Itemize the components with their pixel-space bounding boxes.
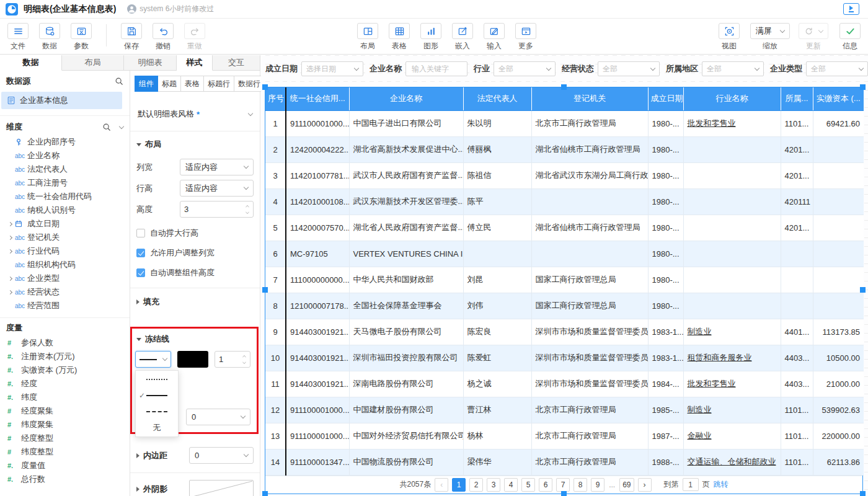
insert-input-button[interactable]: 输入 (481, 23, 507, 51)
column-header[interactable]: 统一社会信用... (286, 87, 349, 110)
measure-item[interactable]: #.经度 (0, 377, 130, 391)
column-header[interactable]: 序号 (265, 87, 286, 110)
checkbox-unchecked-icon[interactable] (136, 229, 145, 237)
info-button[interactable]: 信息 (837, 23, 863, 51)
tab-interact[interactable]: 交互 (213, 55, 260, 71)
row-height-select[interactable]: 适应内容 (180, 180, 254, 197)
keyword-input-field[interactable] (410, 64, 463, 74)
insert-embed-button[interactable]: 嵌入 (450, 23, 476, 51)
stepper-down-icon[interactable] (242, 360, 246, 364)
expand-arrow-icon[interactable] (7, 290, 12, 294)
filter-select[interactable]: 选择日期 (301, 61, 363, 76)
measure-item[interactable]: #参保人数 (0, 336, 130, 350)
next-page-button[interactable]: › (638, 478, 652, 492)
freeze-line-color-swatch[interactable] (177, 351, 208, 368)
jump-link[interactable]: 跳转 (714, 479, 728, 490)
page-button-6[interactable]: 6 (539, 478, 552, 492)
dimension-item[interactable]: 企业内部序号 (0, 135, 130, 149)
data-button[interactable]: 数据 (37, 23, 63, 51)
page-button-1[interactable]: 1 (452, 478, 466, 492)
freeze-line-width-stepper[interactable]: 1 (215, 351, 250, 368)
dimension-item[interactable]: abc组织机构代码 (0, 258, 130, 272)
insert-more-button[interactable]: 更多 (513, 23, 539, 51)
page-button-3[interactable]: 3 (487, 478, 500, 492)
filter-select[interactable]: 全部 (702, 61, 764, 76)
stepper-down-icon[interactable] (246, 210, 249, 214)
industry-link[interactable]: 批发和零售业 (688, 118, 736, 128)
selection-handle[interactable] (262, 491, 268, 496)
expand-arrow-icon[interactable] (7, 221, 12, 226)
line-style-option-none[interactable]: 无 (136, 420, 178, 436)
tab-style[interactable]: 样式 (177, 55, 213, 71)
column-header[interactable]: 行业名称 (683, 87, 781, 110)
dimension-item[interactable]: abc统一社会信用代码 (0, 190, 130, 203)
line-style-option-dotted[interactable] (136, 371, 178, 388)
insert-layout-button[interactable]: 布局 (355, 23, 381, 51)
freeze-extra-select[interactable]: 0 (186, 409, 250, 425)
measure-item[interactable]: #纬度聚集 (0, 418, 130, 432)
insert-table-button[interactable]: 表格 (386, 23, 412, 51)
search-icon[interactable] (102, 123, 111, 131)
zoom-select[interactable]: 满屏 缩放 (750, 23, 790, 51)
page-button-5[interactable]: 5 (521, 478, 535, 492)
column-header[interactable]: 法定代表人 (463, 87, 531, 110)
dimension-item[interactable]: abc行业代码 (0, 244, 130, 258)
prev-page-button[interactable]: ‹ (435, 478, 448, 492)
measure-item[interactable]: #.实缴资本 (万元) (0, 363, 130, 377)
filter-select[interactable]: 全部 (806, 61, 868, 76)
dimension-item[interactable]: abc企业类型 (0, 272, 130, 285)
view-button[interactable]: 视图 (716, 23, 742, 51)
selection-handle[interactable] (262, 287, 268, 293)
goto-page-input[interactable]: 1 (683, 478, 699, 491)
chevron-down-icon[interactable] (119, 123, 124, 128)
style-name-select[interactable]: 默认明细表风格 * (138, 107, 252, 122)
column-header[interactable]: 实缴资本 (... (813, 87, 864, 110)
keyword-input[interactable] (405, 61, 467, 76)
section-shadow[interactable]: 外阴影 (136, 484, 167, 495)
checkbox-checked-icon[interactable] (136, 268, 145, 277)
checkbox-checked-icon[interactable] (136, 249, 145, 257)
dimension-item[interactable]: abc纳税人识别号 (0, 203, 130, 217)
measure-item[interactable]: #经度聚集 (0, 404, 130, 418)
industry-link[interactable]: 金融业 (688, 431, 712, 440)
column-header[interactable]: 所属... (781, 87, 813, 110)
industry-link[interactable]: 租赁和商务服务业 (688, 353, 752, 362)
line-style-option-dashed[interactable] (136, 404, 178, 420)
expand-arrow-icon[interactable] (7, 276, 12, 280)
redo-button[interactable]: 重做 (182, 23, 208, 51)
stepper-up-icon[interactable] (246, 205, 249, 209)
page-button-7[interactable]: 7 (556, 478, 570, 492)
height-stepper[interactable]: 3 (180, 201, 254, 218)
shadow-preview[interactable] (189, 480, 254, 496)
col-width-select[interactable]: 适应内容 (180, 159, 254, 175)
save-button[interactable]: 保存 (118, 23, 144, 51)
refresh-button[interactable]: 更新 (798, 23, 829, 51)
measure-item[interactable]: #.度量值 (0, 459, 130, 472)
subtab-title[interactable]: 标题 (157, 76, 181, 92)
params-button[interactable]: 参数 (68, 23, 94, 51)
search-icon[interactable] (115, 77, 123, 86)
section-layout[interactable]: 布局 (136, 139, 161, 150)
page-button-9[interactable]: 9 (591, 478, 604, 492)
detail-table-component[interactable]: 序号统一社会信用...企业名称法定代表人登记机关成立日期行业名称所属...实缴资… (265, 87, 863, 494)
industry-link[interactable]: 交通运输、仓储和邮政业 (688, 457, 776, 466)
column-header[interactable]: 企业名称 (349, 87, 463, 110)
subtab-table[interactable]: 表格 (180, 76, 204, 92)
preview-button[interactable] (843, 3, 859, 15)
filter-select[interactable]: 全部 (598, 61, 660, 76)
measure-item[interactable]: #.注册资本(万元) (0, 350, 130, 363)
subtab-component[interactable]: 组件 (135, 76, 158, 92)
page-button-2[interactable]: 2 (469, 478, 483, 492)
selection-handle[interactable] (561, 84, 567, 90)
filter-select[interactable]: 全部 (494, 61, 556, 76)
undo-button[interactable]: 撤销 (150, 23, 176, 51)
checkbox-option[interactable]: 自动调整组件高度 (136, 263, 254, 283)
expand-arrow-icon[interactable] (7, 249, 12, 253)
measure-item[interactable]: #.总行数 (0, 472, 130, 486)
dimension-item[interactable]: abc经营状态 (0, 285, 130, 299)
dimension-item[interactable]: abc经营范围 (0, 299, 130, 312)
section-freeze-line[interactable]: 冻结线 (136, 334, 169, 345)
page-button-8[interactable]: 8 (574, 478, 587, 492)
column-header[interactable]: 成立日期 (648, 87, 683, 110)
dimension-item[interactable]: abc法定代表人 (0, 162, 130, 176)
